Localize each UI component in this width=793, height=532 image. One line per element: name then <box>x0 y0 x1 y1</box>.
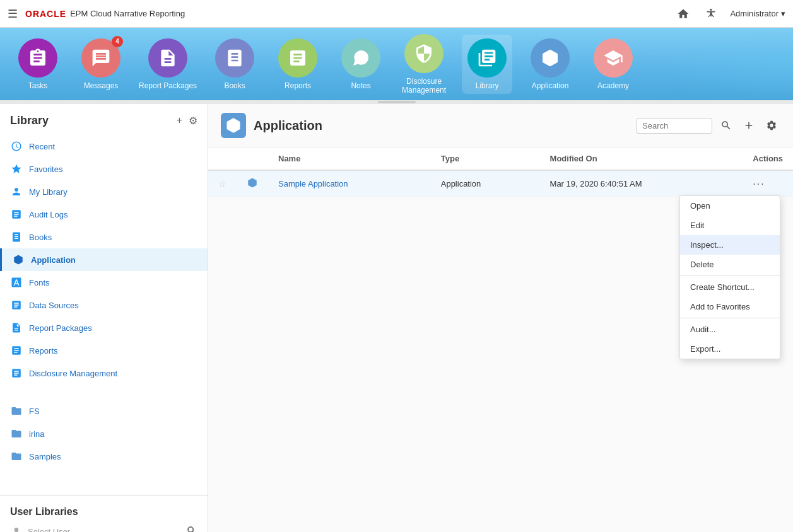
sidebar-item-my-library[interactable]: My Library <box>0 180 208 203</box>
disclosure-mgmt-icon <box>10 367 23 379</box>
context-menu-add-favorites[interactable]: Add to Favorites <box>680 297 780 316</box>
sidebar-title: Library <box>10 114 49 127</box>
sidebar-item-my-library-label: My Library <box>29 187 68 197</box>
nav-item-application[interactable]: Application <box>525 38 575 90</box>
nav-item-academy[interactable]: Academy <box>588 38 638 90</box>
sidebar-item-fonts[interactable]: Fonts <box>0 271 208 294</box>
nav-item-messages[interactable]: 4 Messages <box>76 38 126 90</box>
messages-label: Messages <box>84 81 119 90</box>
reports-label: Reports <box>285 81 311 90</box>
content-header: Application <box>208 104 793 147</box>
user-libraries-search: Select User <box>10 525 197 532</box>
search-input[interactable] <box>637 118 712 134</box>
report-packages-icon <box>148 38 187 78</box>
disclosure-icon <box>404 34 443 73</box>
tasks-label: Tasks <box>28 81 48 90</box>
sidebar-item-recent-label: Recent <box>29 142 55 151</box>
sidebar-nav: Recent Favorites My Library <box>0 132 208 387</box>
star-toggle[interactable]: ☆ <box>218 179 226 189</box>
col-type-icon <box>237 147 268 170</box>
sidebar-item-report-packages[interactable]: Report Packages <box>0 316 208 339</box>
sidebar-item-disclosure-mgmt[interactable]: Disclosure Management <box>0 362 208 385</box>
context-menu-inspect[interactable]: Inspect... <box>680 235 780 255</box>
nav-item-books[interactable]: Books <box>209 38 260 90</box>
user-search-icon[interactable] <box>186 525 197 532</box>
topbar-right: Administrator ▾ <box>674 5 785 23</box>
reports-icon <box>278 38 317 78</box>
home-button[interactable] <box>674 5 692 23</box>
academy-icon <box>594 38 633 78</box>
context-menu-divider-2 <box>680 318 780 318</box>
row-modified-cell: Mar 19, 2020 6:40:51 AM <box>540 170 743 197</box>
application-icon <box>531 38 570 78</box>
context-menu-audit[interactable]: Audit... <box>680 320 780 339</box>
tasks-icon <box>18 38 57 78</box>
sidebar-item-recent[interactable]: Recent <box>0 135 208 158</box>
user-menu[interactable]: Administrator ▾ <box>730 9 785 18</box>
sidebar-folder-samples-label: Samples <box>29 452 61 461</box>
sidebar-item-books[interactable]: Books <box>0 226 208 248</box>
nav-item-reports[interactable]: Reports <box>273 38 323 90</box>
context-menu-divider-1 <box>680 275 780 276</box>
academy-label: Academy <box>597 81 629 90</box>
search-button[interactable] <box>717 117 735 134</box>
data-sources-icon <box>10 299 23 311</box>
nav-item-disclosure[interactable]: Disclosure Management <box>399 34 449 95</box>
sidebar-item-data-sources[interactable]: Data Sources <box>0 294 208 316</box>
sidebar-folder-fs[interactable]: FS <box>0 400 208 422</box>
application-label: Application <box>532 81 569 90</box>
col-star <box>208 147 237 170</box>
sidebar-folder-samples[interactable]: Samples <box>0 445 208 468</box>
topbar: ☰ ORACLE EPM Cloud Narrative Reporting A… <box>0 0 793 28</box>
sidebar-item-favorites[interactable]: Favorites <box>0 158 208 180</box>
person-icon <box>10 185 23 198</box>
row-app-icon <box>247 177 258 188</box>
sidebar-header-icons: + ⚙ <box>177 115 197 127</box>
user-libraries-section: User Libraries Select User <box>0 495 208 532</box>
sidebar-item-application[interactable]: Application <box>0 248 208 271</box>
nav-item-library[interactable]: Library <box>462 35 512 94</box>
context-menu-delete[interactable]: Delete <box>680 255 780 274</box>
sidebar-item-audit-logs[interactable]: Audit Logs <box>0 203 208 226</box>
report-packages-nav-icon <box>10 321 23 334</box>
nav-row: Tasks 4 Messages Report Packages Books <box>0 28 793 100</box>
svg-point-0 <box>710 8 712 10</box>
cube-icon <box>12 253 25 266</box>
accessibility-button[interactable] <box>702 5 720 23</box>
col-name-header: Name <box>268 147 431 170</box>
content-title: Application <box>254 119 629 133</box>
add-button[interactable] <box>740 117 758 134</box>
sidebar-folder-irina[interactable]: irina <box>0 422 208 445</box>
sidebar-folder-fs-label: FS <box>29 407 40 416</box>
actions-menu-button[interactable]: ··· <box>753 178 765 189</box>
nav-item-notes[interactable]: Notes <box>336 38 386 90</box>
context-menu-export[interactable]: Export... <box>680 339 780 359</box>
context-menu-open[interactable]: Open <box>680 196 780 216</box>
sidebar-item-reports[interactable]: Reports <box>0 339 208 362</box>
context-menu-create-shortcut[interactable]: Create Shortcut... <box>680 277 780 297</box>
select-user-area[interactable]: Select User <box>10 526 181 533</box>
sidebar-item-reports-label: Reports <box>29 346 58 356</box>
user-name: Administrator <box>730 9 778 18</box>
sample-application-link[interactable]: Sample Application <box>278 179 421 188</box>
star-cell[interactable]: ☆ <box>208 170 237 197</box>
context-menu-edit[interactable]: Edit <box>680 216 780 235</box>
settings-button[interactable] <box>763 117 780 134</box>
row-name-cell: Sample Application <box>268 170 431 197</box>
star-icon <box>10 163 23 175</box>
sidebar: Library + ⚙ Recent Favorites <box>0 104 208 532</box>
nav-divider-line <box>378 101 416 103</box>
books-label: Books <box>224 81 245 90</box>
sidebar-item-audit-logs-label: Audit Logs <box>29 210 68 219</box>
col-type-header: Type <box>431 147 540 170</box>
sidebar-settings-button[interactable]: ⚙ <box>189 115 197 127</box>
app-name: EPM Cloud Narrative Reporting <box>70 9 185 18</box>
nav-item-tasks[interactable]: Tasks <box>13 38 63 90</box>
sidebar-item-application-label: Application <box>31 255 76 265</box>
oracle-logo-text: ORACLE <box>25 9 66 19</box>
nav-item-report-packages[interactable]: Report Packages <box>139 38 197 90</box>
row-type-cell: Application <box>431 170 540 197</box>
sidebar-add-button[interactable]: + <box>177 115 182 127</box>
oracle-logo: ORACLE EPM Cloud Narrative Reporting <box>25 9 185 19</box>
menu-icon[interactable]: ☰ <box>8 7 18 21</box>
